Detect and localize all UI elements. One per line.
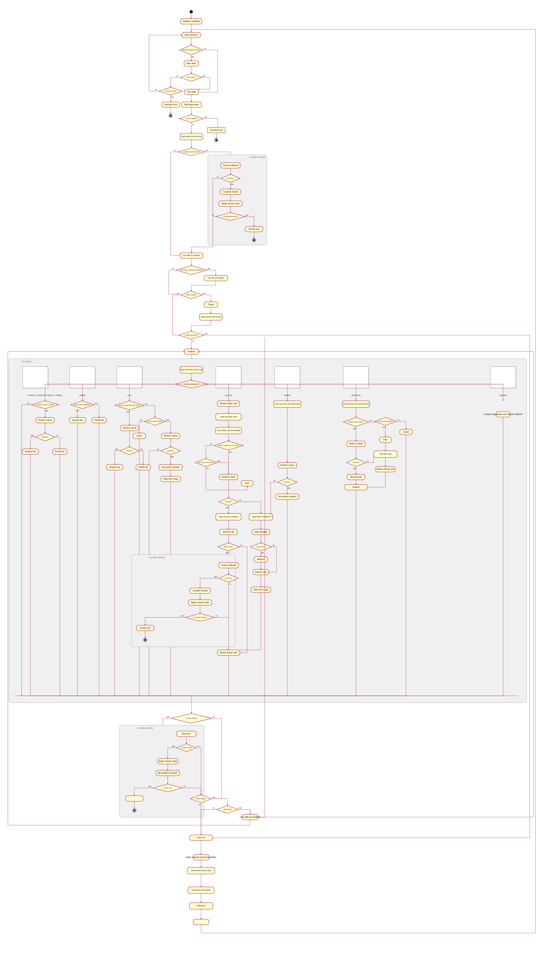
svg-text:yes: yes bbox=[172, 745, 175, 747]
svg-text:Heroes win: Heroes win bbox=[164, 787, 172, 789]
node-div-acquire: Acquire die bbox=[69, 417, 86, 423]
node-lc3-win bbox=[126, 796, 143, 801]
node-lc3-attempt: Success? bbox=[177, 731, 196, 737]
node-ally-leave: Leave bbox=[133, 433, 145, 439]
svg-text:Forfeit die: Forfeit die bbox=[55, 450, 65, 453]
node-give-dice: Give dice (if needed) bbox=[204, 275, 228, 281]
svg-text:yes: yes bbox=[353, 428, 356, 430]
svg-text:Perform check: Perform check bbox=[222, 476, 236, 478]
svg-text:yes: yes bbox=[208, 267, 211, 269]
node-lc3-closed: Apply closure rules bbox=[157, 759, 178, 764]
node-turn-start: Turn start bbox=[184, 89, 198, 95]
svg-text:no: no bbox=[177, 75, 179, 77]
svg-text:no: no bbox=[204, 48, 206, 49]
svg-text:Heroes win: Heroes win bbox=[249, 228, 259, 230]
svg-text:Location can be closed?: Location can be closed? bbox=[183, 151, 200, 153]
svg-text:yes: yes bbox=[383, 426, 386, 428]
svg-text:yes: yes bbox=[206, 150, 209, 151]
svg-text:Location closed: Location closed bbox=[181, 747, 192, 749]
svg-text:yes: yes bbox=[287, 487, 291, 489]
svg-text:no: no bbox=[273, 544, 275, 546]
svg-text:Encounter: Encounter bbox=[22, 360, 31, 363]
node-ene-check: Perform check bbox=[278, 463, 297, 468]
svg-text:All locations closed?: All locations closed? bbox=[158, 772, 177, 774]
svg-text:yes: yes bbox=[203, 75, 206, 77]
svg-text:Success?: Success? bbox=[284, 481, 291, 483]
svg-text:no: no bbox=[240, 544, 242, 546]
svg-text:no: no bbox=[140, 419, 142, 421]
card-physical bbox=[22, 366, 48, 388]
svg-text:no: no bbox=[206, 468, 209, 469]
svg-rect-273 bbox=[126, 796, 143, 801]
svg-text:no: no bbox=[145, 403, 147, 405]
node-explore: Explore bbox=[184, 349, 198, 354]
svg-text:Location closed: Location closed bbox=[193, 589, 208, 592]
node-obs-remove: Remove die bbox=[347, 474, 365, 480]
svg-text:yes: yes bbox=[226, 552, 229, 554]
svg-text:Scenario lost: Scenario lost bbox=[210, 129, 223, 131]
node-vil-return: Return threat card bbox=[217, 650, 240, 655]
svg-text:Leave: Leave bbox=[136, 434, 142, 437]
svg-text:Can avoid encounter?: Can avoid encounter? bbox=[378, 420, 393, 422]
svg-text:Draw card from the enemy deck: Draw card from the enemy deck bbox=[275, 403, 300, 405]
svg-text:yes: yes bbox=[229, 451, 231, 453]
svg-point-275 bbox=[133, 810, 135, 811]
svg-text:Apply special rules (if any): Apply special rules (if any) bbox=[200, 316, 221, 318]
svg-text:Endure: Endure bbox=[353, 486, 359, 488]
svg-text:Apply success conditions: Apply success conditions bbox=[219, 515, 238, 518]
svg-text:Can avoid encounter?: Can avoid encounter? bbox=[147, 420, 163, 422]
node-ally-avoided: Encounter avoided bbox=[159, 465, 182, 470]
node-vil-sc: Apply success conditions bbox=[216, 514, 241, 520]
svg-text:yes: yes bbox=[148, 785, 152, 788]
node-discard-extra: Discard dice (if needed) bbox=[188, 887, 214, 894]
node-vil-dmg: Take damage bbox=[252, 529, 270, 535]
node-obs-leave: Leave bbox=[400, 429, 412, 435]
svg-text:no: no bbox=[274, 480, 276, 482]
svg-text:Flee: Flee bbox=[245, 482, 249, 484]
svg-text:no: no bbox=[397, 419, 399, 421]
svg-point-19 bbox=[170, 115, 172, 117]
svg-text:Needed dual success?: Needed dual success? bbox=[348, 421, 364, 423]
node-obs-return: Endure bbox=[345, 485, 367, 490]
svg-text:no: no bbox=[95, 402, 97, 404]
svg-text:no: no bbox=[370, 420, 372, 422]
end-node-lc3 bbox=[133, 809, 136, 812]
svg-text:Success?: Success? bbox=[42, 436, 49, 438]
decision-loc-prevents: Location prevents? bbox=[179, 331, 204, 339]
svg-text:Success?: Success? bbox=[353, 461, 359, 463]
svg-text:Perform check: Perform check bbox=[349, 442, 363, 445]
node-lc2-attempt: Closure attempt bbox=[219, 563, 238, 568]
svg-text:Remove die: Remove die bbox=[350, 476, 362, 478]
svg-text:Stop if villain?: Stop if villain? bbox=[224, 546, 233, 547]
svg-text:Reveal villain card: Reveal villain card bbox=[220, 402, 237, 404]
svg-text:yes: yes bbox=[231, 183, 234, 185]
svg-text:yes: yes bbox=[115, 448, 118, 450]
node-apply-rules-end: Discard extra dice (if any) bbox=[187, 867, 215, 874]
svg-text:Success?: Success? bbox=[227, 177, 234, 179]
node-apply-rules-travel: Apply special rules (if any) bbox=[200, 313, 222, 320]
svg-text:Give dice (if needed): Give dice (if needed) bbox=[208, 277, 224, 279]
svg-text:no: no bbox=[27, 402, 29, 404]
svg-text:yes: yes bbox=[217, 460, 220, 462]
svg-text:All locations closed?: All locations closed? bbox=[224, 216, 238, 217]
svg-text:no: no bbox=[184, 785, 185, 788]
svg-text:Forfeit die: Forfeit die bbox=[94, 419, 104, 421]
svg-text:no: no bbox=[174, 150, 176, 151]
svg-text:no: no bbox=[216, 615, 218, 617]
svg-text:Hand alive?: Hand alive? bbox=[187, 76, 196, 78]
svg-text:Acquire die: Acquire die bbox=[25, 450, 36, 453]
node-vil-apply: Apply encounter rules bbox=[216, 414, 241, 420]
svg-text:Apply closure rules: Apply closure rules bbox=[191, 601, 209, 603]
svg-text:Decrease timer: Decrease timer bbox=[184, 103, 199, 106]
svg-text:yes: yes bbox=[205, 332, 208, 334]
svg-text:yes: yes bbox=[246, 214, 249, 216]
svg-text:yes: yes bbox=[203, 293, 206, 294]
svg-text:Success?: Success? bbox=[225, 501, 232, 503]
svg-point-32 bbox=[216, 139, 217, 141]
svg-text:no: no bbox=[197, 745, 199, 747]
svg-text:yes: yes bbox=[171, 96, 174, 98]
svg-text:Location closing: Location closing bbox=[137, 727, 153, 729]
svg-text:Use auxiliary dice (if possibl: Use auxiliary dice (if possible) bbox=[217, 430, 240, 431]
svg-text:Encounter avoided: Encounter avoided bbox=[161, 466, 180, 468]
decision-need-travel: Need to travel? bbox=[180, 291, 202, 299]
